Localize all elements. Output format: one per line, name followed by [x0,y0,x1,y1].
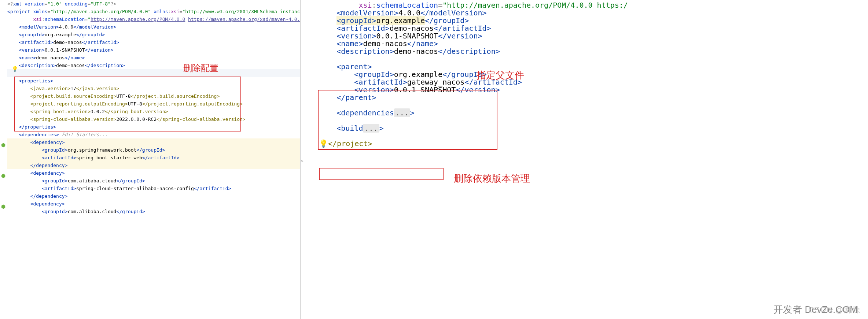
code-line: <artifactId>spring-boot-starter-web</art… [7,154,300,162]
code-line: <spring-cloud-alibaba.version>2022.0.0.0… [7,115,300,123]
code-line: <parent> [319,63,868,71]
code-line: <version>0.0.1-SNAPSHOT</version> [319,86,868,94]
annotation-delete-dep-mgmt: 删除依赖版本管理 [454,171,530,186]
code-line: </properties> [7,123,300,131]
code-line: <dependencies...> [319,109,868,117]
code-line: <groupId>org.example</groupId> [7,31,300,38]
code-line: <properties> [7,77,300,85]
lightbulb-icon[interactable]: 💡 [12,66,18,72]
code-line: <groupId>org.example</groupId> [319,17,868,25]
code-line [319,55,868,63]
left-editor-pane[interactable]: 💡 ⬢ ⬢ ⬢ <?xml version="1.0" encoding="UT… [0,0,301,319]
code-line: 💡</project> [319,140,868,148]
spring-icon: ⬢ [1,173,5,179]
code-line: <build...> [319,125,868,132]
logo-text: 开发者 DevZe.COM [773,303,858,316]
code-line: <project.reporting.outputEncoding>UTF-8<… [7,100,300,108]
code-line: <project.build.sourceEncoding>UTF-8</pro… [7,92,300,100]
code-line: <version>0.0.1-SNAPSHOT</version> [7,46,300,54]
fold-icon[interactable]: ... [394,108,410,117]
code-line: xsi:schemaLocation="http://maven.apache.… [319,1,868,9]
fold-icon[interactable]: ... [363,124,379,133]
code-line: <artifactId>demo-nacos</artifactId> [7,38,300,46]
code-line: <dependency> [7,200,300,208]
code-line: <description>demo-nacos</description> [319,48,868,55]
code-line: </dependency> [7,162,300,169]
code-line: <artifactId>gateway_nacos</artifactId> [319,78,868,86]
code-line [319,117,868,125]
code-line: xsi:schemaLocation="http://maven.apache.… [7,15,300,23]
code-line: <?xml version="1.0" encoding="UTF-8"?> [7,0,300,8]
code-line: </dependency> [7,192,300,200]
code-line: <artifactId>spring-cloud-starter-alibaba… [7,185,300,192]
code-line: <modelVersion>4.0.0</modelVersion> [319,9,868,17]
spring-icon: ⬢ [1,142,5,148]
code-line: <spring-boot.version>3.0.2</spring-boot.… [7,108,300,115]
code-line [319,132,868,140]
left-code-block[interactable]: <?xml version="1.0" encoding="UTF-8"?> <… [0,0,300,215]
code-line [7,69,300,77]
red-box-dep-mgmt [319,168,444,180]
code-line: <modelVersion>4.0.0</modelVersion> [7,23,300,31]
code-line: <java.version>17</java.version> [7,85,300,92]
code-line [319,101,868,109]
code-line: </parent> [319,94,868,101]
code-line: <dependencies> Edit Starters... [7,131,300,138]
code-line: <groupId>org.springframework.boot</group… [7,146,300,154]
code-line: <name>demo-nacos</name> [7,54,300,62]
code-line: <dependency> [7,138,300,146]
code-line: <name>demo-nacos</name> [319,40,868,48]
code-line: <artifactId>demo-nacos</artifactId> [319,25,868,32]
pane-divider-handle[interactable]: > [299,157,305,165]
code-line: <description>demo-nacos</description> [7,62,300,69]
code-line: <groupId>org.example</groupId> [319,71,868,78]
code-line: <dependency> [7,169,300,177]
edit-starters-link[interactable]: Edit Starters... [62,132,108,137]
right-code-block[interactable]: xsi:schemaLocation="http://maven.apache.… [312,0,868,148]
code-line: <groupId>com.alibaba.cloud</groupId> [7,177,300,185]
code-line: <version>0.0.1-SNAPSHOT</version> [319,32,868,40]
right-editor-pane[interactable]: xsi:schemaLocation="http://maven.apache.… [301,0,868,319]
code-line: <groupId>com.alibaba.cloud</groupId> [7,208,300,215]
code-line: <project xmlns="http://maven.apache.org/… [7,8,300,15]
spring-icon: ⬢ [1,204,5,209]
